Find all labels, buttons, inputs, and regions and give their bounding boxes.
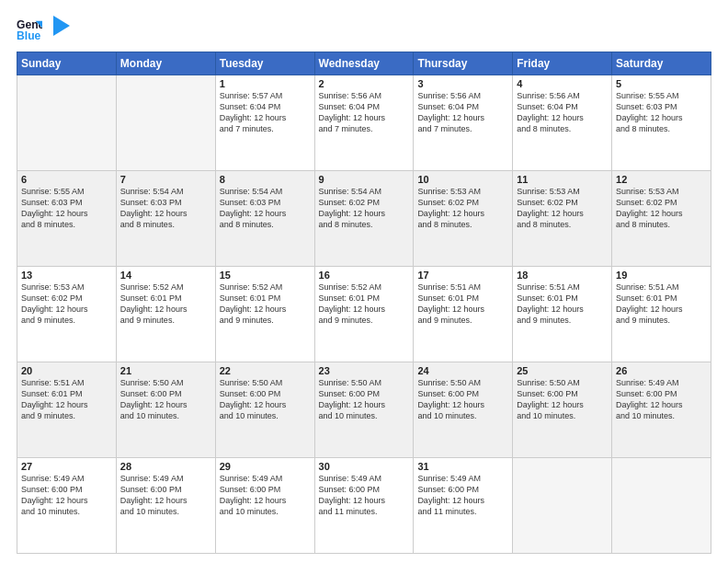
weekday-header: Tuesday xyxy=(215,52,314,75)
day-number: 18 xyxy=(517,270,608,281)
day-number: 26 xyxy=(616,365,707,376)
day-number: 2 xyxy=(319,78,410,89)
day-info: Sunrise: 5:56 AM Sunset: 6:04 PM Dayligh… xyxy=(417,90,508,135)
day-number: 5 xyxy=(616,78,707,89)
calendar-cell: 14Sunrise: 5:52 AM Sunset: 6:01 PM Dayli… xyxy=(116,267,215,362)
day-number: 19 xyxy=(616,270,707,281)
day-info: Sunrise: 5:50 AM Sunset: 6:00 PM Dayligh… xyxy=(220,377,311,422)
day-info: Sunrise: 5:54 AM Sunset: 6:03 PM Dayligh… xyxy=(220,186,311,231)
calendar-cell xyxy=(116,75,215,171)
day-number: 30 xyxy=(319,461,410,472)
day-info: Sunrise: 5:57 AM Sunset: 6:04 PM Dayligh… xyxy=(220,90,311,135)
day-info: Sunrise: 5:53 AM Sunset: 6:02 PM Dayligh… xyxy=(517,186,608,231)
calendar-cell: 7Sunrise: 5:54 AM Sunset: 6:03 PM Daylig… xyxy=(116,171,215,267)
calendar-cell: 12Sunrise: 5:53 AM Sunset: 6:02 PM Dayli… xyxy=(612,171,711,267)
day-info: Sunrise: 5:49 AM Sunset: 6:00 PM Dayligh… xyxy=(220,473,311,518)
day-info: Sunrise: 5:55 AM Sunset: 6:03 PM Dayligh… xyxy=(21,186,112,231)
day-number: 20 xyxy=(21,365,112,376)
day-info: Sunrise: 5:49 AM Sunset: 6:00 PM Dayligh… xyxy=(319,473,410,518)
logo: General Blue xyxy=(17,17,70,42)
day-number: 28 xyxy=(120,461,211,472)
day-info: Sunrise: 5:50 AM Sunset: 6:00 PM Dayligh… xyxy=(319,377,410,422)
day-number: 23 xyxy=(319,365,410,376)
day-number: 27 xyxy=(21,461,112,472)
day-number: 4 xyxy=(517,78,608,89)
calendar-cell: 16Sunrise: 5:52 AM Sunset: 6:01 PM Dayli… xyxy=(314,267,414,362)
calendar-table: SundayMondayTuesdayWednesdayThursdayFrid… xyxy=(17,52,711,554)
day-number: 17 xyxy=(417,270,508,281)
logo-icon: General Blue xyxy=(17,17,42,42)
weekday-header: Wednesday xyxy=(314,52,414,75)
day-number: 24 xyxy=(417,365,508,376)
day-info: Sunrise: 5:50 AM Sunset: 6:00 PM Dayligh… xyxy=(120,377,211,422)
day-number: 7 xyxy=(120,174,211,185)
day-number: 21 xyxy=(120,365,211,376)
day-info: Sunrise: 5:51 AM Sunset: 6:01 PM Dayligh… xyxy=(21,377,112,422)
day-number: 12 xyxy=(616,174,707,185)
calendar-cell: 1Sunrise: 5:57 AM Sunset: 6:04 PM Daylig… xyxy=(215,75,314,171)
day-info: Sunrise: 5:49 AM Sunset: 6:00 PM Dayligh… xyxy=(21,473,112,518)
day-number: 8 xyxy=(220,174,311,185)
calendar-cell: 11Sunrise: 5:53 AM Sunset: 6:02 PM Dayli… xyxy=(513,171,612,267)
svg-marker-3 xyxy=(53,16,70,36)
day-info: Sunrise: 5:49 AM Sunset: 6:00 PM Dayligh… xyxy=(417,473,508,518)
calendar-cell xyxy=(612,458,711,554)
calendar-cell: 21Sunrise: 5:50 AM Sunset: 6:00 PM Dayli… xyxy=(116,362,215,458)
calendar-cell: 22Sunrise: 5:50 AM Sunset: 6:00 PM Dayli… xyxy=(215,362,314,458)
day-number: 16 xyxy=(319,270,410,281)
calendar-cell: 19Sunrise: 5:51 AM Sunset: 6:01 PM Dayli… xyxy=(612,267,711,362)
calendar-cell: 17Sunrise: 5:51 AM Sunset: 6:01 PM Dayli… xyxy=(414,267,513,362)
calendar-cell: 6Sunrise: 5:55 AM Sunset: 6:03 PM Daylig… xyxy=(17,171,117,267)
calendar-cell xyxy=(513,458,612,554)
day-info: Sunrise: 5:50 AM Sunset: 6:00 PM Dayligh… xyxy=(517,377,608,422)
day-info: Sunrise: 5:52 AM Sunset: 6:01 PM Dayligh… xyxy=(220,282,311,327)
calendar-cell: 10Sunrise: 5:53 AM Sunset: 6:02 PM Dayli… xyxy=(414,171,513,267)
day-info: Sunrise: 5:54 AM Sunset: 6:03 PM Dayligh… xyxy=(120,186,211,231)
day-info: Sunrise: 5:52 AM Sunset: 6:01 PM Dayligh… xyxy=(120,282,211,327)
calendar-cell: 23Sunrise: 5:50 AM Sunset: 6:00 PM Dayli… xyxy=(314,362,414,458)
calendar-cell: 8Sunrise: 5:54 AM Sunset: 6:03 PM Daylig… xyxy=(215,171,314,267)
day-number: 1 xyxy=(220,78,311,89)
day-number: 14 xyxy=(120,270,211,281)
day-info: Sunrise: 5:56 AM Sunset: 6:04 PM Dayligh… xyxy=(517,90,608,135)
day-number: 29 xyxy=(220,461,311,472)
calendar-cell: 24Sunrise: 5:50 AM Sunset: 6:00 PM Dayli… xyxy=(414,362,513,458)
calendar-page: General Blue SundayMondayTuesdayWednesda… xyxy=(0,0,728,563)
day-info: Sunrise: 5:51 AM Sunset: 6:01 PM Dayligh… xyxy=(616,282,707,327)
day-number: 25 xyxy=(517,365,608,376)
logo-arrow-icon xyxy=(53,16,70,36)
day-info: Sunrise: 5:52 AM Sunset: 6:01 PM Dayligh… xyxy=(319,282,410,327)
svg-text:Blue: Blue xyxy=(17,29,41,42)
weekday-header: Sunday xyxy=(17,52,117,75)
day-info: Sunrise: 5:54 AM Sunset: 6:02 PM Dayligh… xyxy=(319,186,410,231)
day-number: 11 xyxy=(517,174,608,185)
day-info: Sunrise: 5:49 AM Sunset: 6:00 PM Dayligh… xyxy=(120,473,211,518)
day-number: 22 xyxy=(220,365,311,376)
day-number: 10 xyxy=(417,174,508,185)
day-info: Sunrise: 5:49 AM Sunset: 6:00 PM Dayligh… xyxy=(616,377,707,422)
calendar-cell: 15Sunrise: 5:52 AM Sunset: 6:01 PM Dayli… xyxy=(215,267,314,362)
calendar-cell: 2Sunrise: 5:56 AM Sunset: 6:04 PM Daylig… xyxy=(314,75,414,171)
calendar-cell: 26Sunrise: 5:49 AM Sunset: 6:00 PM Dayli… xyxy=(612,362,711,458)
calendar-cell: 28Sunrise: 5:49 AM Sunset: 6:00 PM Dayli… xyxy=(116,458,215,554)
calendar-cell: 9Sunrise: 5:54 AM Sunset: 6:02 PM Daylig… xyxy=(314,171,414,267)
day-number: 6 xyxy=(21,174,112,185)
calendar-cell: 13Sunrise: 5:53 AM Sunset: 6:02 PM Dayli… xyxy=(17,267,117,362)
header: General Blue xyxy=(17,17,711,42)
calendar-cell: 20Sunrise: 5:51 AM Sunset: 6:01 PM Dayli… xyxy=(17,362,117,458)
day-info: Sunrise: 5:55 AM Sunset: 6:03 PM Dayligh… xyxy=(616,90,707,135)
day-info: Sunrise: 5:51 AM Sunset: 6:01 PM Dayligh… xyxy=(517,282,608,327)
weekday-header: Thursday xyxy=(414,52,513,75)
day-info: Sunrise: 5:53 AM Sunset: 6:02 PM Dayligh… xyxy=(417,186,508,231)
calendar-cell: 27Sunrise: 5:49 AM Sunset: 6:00 PM Dayli… xyxy=(17,458,117,554)
calendar-cell: 30Sunrise: 5:49 AM Sunset: 6:00 PM Dayli… xyxy=(314,458,414,554)
calendar-cell: 5Sunrise: 5:55 AM Sunset: 6:03 PM Daylig… xyxy=(612,75,711,171)
calendar-cell: 25Sunrise: 5:50 AM Sunset: 6:00 PM Dayli… xyxy=(513,362,612,458)
day-number: 3 xyxy=(417,78,508,89)
weekday-header: Saturday xyxy=(612,52,711,75)
day-info: Sunrise: 5:51 AM Sunset: 6:01 PM Dayligh… xyxy=(417,282,508,327)
weekday-header: Friday xyxy=(513,52,612,75)
day-number: 13 xyxy=(21,270,112,281)
calendar-cell: 29Sunrise: 5:49 AM Sunset: 6:00 PM Dayli… xyxy=(215,458,314,554)
day-number: 9 xyxy=(319,174,410,185)
